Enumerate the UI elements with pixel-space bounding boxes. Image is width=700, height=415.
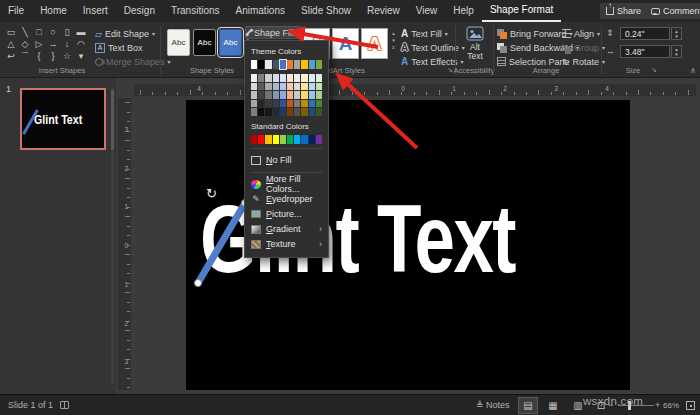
shape-gallery-item[interactable]: ▷ xyxy=(32,38,46,50)
color-swatch[interactable] xyxy=(316,60,322,69)
color-swatch[interactable] xyxy=(301,60,307,69)
color-swatch[interactable] xyxy=(309,83,315,91)
zoom-percent[interactable]: 66% xyxy=(663,401,679,410)
color-swatch[interactable] xyxy=(309,91,315,99)
color-swatch[interactable] xyxy=(251,60,257,69)
color-swatch[interactable] xyxy=(294,83,300,91)
color-swatch[interactable] xyxy=(294,135,300,144)
shape-fill-button[interactable]: Shape Fill▾ xyxy=(245,26,303,39)
color-swatch[interactable] xyxy=(251,83,257,91)
color-swatch[interactable] xyxy=(316,74,322,82)
collapse-ribbon-icon[interactable]: ∧ xyxy=(690,66,696,75)
color-swatch[interactable] xyxy=(258,60,264,69)
shape-gallery-item[interactable]: ◇ xyxy=(18,38,32,50)
color-swatch[interactable] xyxy=(273,74,279,82)
zoom-in-icon[interactable]: + xyxy=(655,400,660,410)
color-swatch[interactable] xyxy=(251,74,257,82)
wordart-dialog-launcher-icon[interactable]: ↘ xyxy=(447,66,453,74)
menu-home[interactable]: Home xyxy=(32,0,75,22)
color-swatch[interactable] xyxy=(287,100,293,108)
color-swatch[interactable] xyxy=(294,60,300,69)
menu-animations[interactable]: Animations xyxy=(228,0,293,22)
color-swatch[interactable] xyxy=(301,74,307,82)
menu-design[interactable]: Design xyxy=(116,0,163,22)
shape-gallery-item[interactable]: ⌒ xyxy=(18,50,32,62)
shape-gallery-item[interactable]: { xyxy=(32,50,46,62)
color-swatch[interactable] xyxy=(280,100,286,108)
color-swatch[interactable] xyxy=(258,91,264,99)
fill-menu-item-texture[interactable]: Texture› xyxy=(251,237,322,252)
stepper-down-icon[interactable]: ▼ xyxy=(674,52,678,57)
color-swatch[interactable] xyxy=(287,135,293,144)
color-swatch[interactable] xyxy=(294,91,300,99)
fill-menu-item-no-fill[interactable]: No Fill xyxy=(251,153,322,168)
fill-menu-item-picture[interactable]: Picture... xyxy=(251,207,322,222)
fill-menu-item-gradient[interactable]: Gradient› xyxy=(251,222,322,237)
color-swatch[interactable] xyxy=(280,91,286,99)
color-swatch[interactable] xyxy=(265,83,271,91)
panel-scrollbar-thumb[interactable] xyxy=(111,90,114,150)
color-swatch[interactable] xyxy=(251,91,257,99)
alt-text-button[interactable]: Alt Text xyxy=(459,26,491,64)
menu-file[interactable]: File xyxy=(0,0,32,22)
color-swatch[interactable] xyxy=(280,74,286,82)
color-swatch[interactable] xyxy=(265,91,271,99)
shape-gallery-item[interactable]: → xyxy=(46,38,60,50)
color-swatch[interactable] xyxy=(316,91,322,99)
gallery-up-icon[interactable]: ▴ xyxy=(392,30,395,36)
color-swatch[interactable] xyxy=(309,135,315,144)
color-swatch[interactable] xyxy=(316,108,322,116)
menu-help[interactable]: Help xyxy=(445,0,482,22)
color-swatch[interactable] xyxy=(301,100,307,108)
gallery-down-icon[interactable]: ▾ xyxy=(392,37,395,43)
comments-button[interactable]: Comments xyxy=(645,3,700,19)
color-swatch[interactable] xyxy=(251,135,257,144)
color-swatch[interactable] xyxy=(280,135,286,144)
color-swatch[interactable] xyxy=(287,83,293,91)
shape-gallery-item[interactable]: ▭ xyxy=(4,26,18,38)
color-swatch[interactable] xyxy=(280,60,286,69)
color-swatch[interactable] xyxy=(273,91,279,99)
shape-gallery-item[interactable]: △ xyxy=(4,38,18,50)
shape-style-thumb-blue-selected[interactable]: Abc xyxy=(219,29,242,56)
proofing-icon[interactable] xyxy=(60,401,69,409)
shape-gallery-item[interactable]: ▯ xyxy=(60,26,74,38)
selection-handle[interactable] xyxy=(195,280,202,287)
color-swatch[interactable] xyxy=(265,100,271,108)
shape-gallery-item[interactable]: ▬ xyxy=(74,26,88,38)
menu-review[interactable]: Review xyxy=(359,0,408,22)
color-swatch[interactable] xyxy=(316,100,322,108)
shape-gallery-item[interactable]: ╲ xyxy=(18,26,32,38)
color-swatch[interactable] xyxy=(280,108,286,116)
shape-gallery-item[interactable]: } xyxy=(46,50,60,62)
color-swatch[interactable] xyxy=(316,83,322,91)
menu-insert[interactable]: Insert xyxy=(75,0,116,22)
shape-style-thumb-black[interactable]: Abc xyxy=(193,29,216,56)
color-swatch[interactable] xyxy=(294,74,300,82)
edit-shape-button[interactable]: ▱Edit Shape▾ xyxy=(95,27,155,40)
color-swatch[interactable] xyxy=(287,91,293,99)
slide-thumbnail[interactable]: Glint Text xyxy=(20,88,106,150)
color-swatch[interactable] xyxy=(280,83,286,91)
color-swatch[interactable] xyxy=(265,135,271,144)
shape-gallery-item[interactable]: ☆ xyxy=(60,50,74,62)
color-swatch[interactable] xyxy=(309,100,315,108)
color-swatch[interactable] xyxy=(251,100,257,108)
menu-slide-show[interactable]: Slide Show xyxy=(293,0,359,22)
shape-width-field[interactable]: 3.48" xyxy=(620,45,670,58)
color-swatch[interactable] xyxy=(258,100,264,108)
fit-to-window-icon[interactable] xyxy=(686,401,695,410)
tab-shape-format[interactable]: Shape Format xyxy=(482,0,561,22)
color-swatch[interactable] xyxy=(273,83,279,91)
color-swatch[interactable] xyxy=(251,108,257,116)
color-swatch[interactable] xyxy=(301,91,307,99)
share-button[interactable]: Share xyxy=(600,3,647,19)
color-swatch[interactable] xyxy=(273,135,279,144)
color-swatch[interactable] xyxy=(273,100,279,108)
slide-sorter-view-button[interactable]: ▦ xyxy=(543,397,563,414)
shape-gallery-item[interactable]: ↓ xyxy=(60,38,74,50)
menu-transitions[interactable]: Transitions xyxy=(163,0,228,22)
color-swatch[interactable] xyxy=(287,108,293,116)
width-stepper[interactable]: ▲▼ xyxy=(671,45,682,58)
color-swatch[interactable] xyxy=(258,108,264,116)
